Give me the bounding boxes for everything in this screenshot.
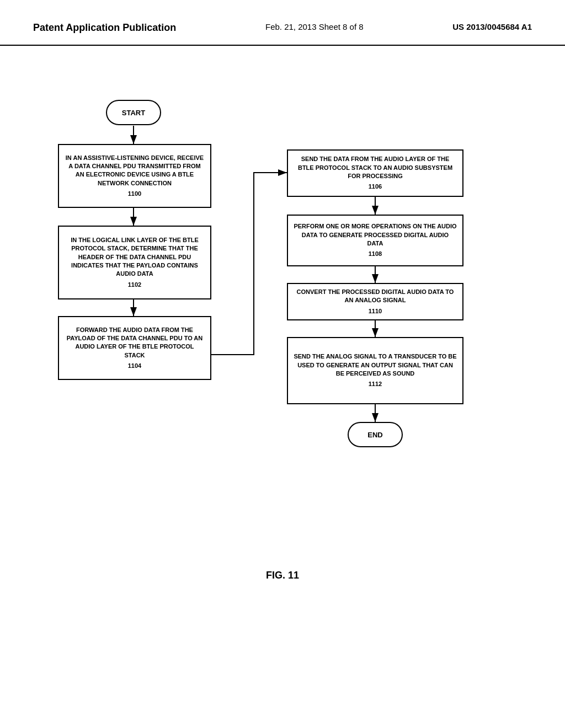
box-1108: PERFORM ONE OR MORE OPERATIONS ON THE AU… bbox=[287, 215, 463, 266]
box-1110: CONVERT THE PROCESSED DIGITAL AUDIO DATA… bbox=[287, 283, 463, 320]
arrows-overlay bbox=[0, 62, 565, 559]
patent-number: US 2013/0045684 A1 bbox=[452, 22, 532, 31]
flowchart-diagram: START IN AN ASSISTIVE-LISTENING DEVICE, … bbox=[0, 62, 565, 559]
publication-label: Patent Application Publication bbox=[33, 22, 176, 34]
start-node: START bbox=[106, 100, 161, 125]
box-1100: IN AN ASSISTIVE-LISTENING DEVICE, RECEIV… bbox=[58, 144, 211, 208]
page-header: Patent Application Publication Feb. 21, … bbox=[0, 0, 565, 46]
end-node: END bbox=[348, 422, 403, 447]
box-1112: SEND THE ANALOG SIGNAL TO A TRANSDUCER T… bbox=[287, 337, 463, 404]
box-1102: IN THE LOGICAL LINK LAYER OF THE BTLE PR… bbox=[58, 226, 211, 299]
page: Patent Application Publication Feb. 21, … bbox=[0, 0, 565, 728]
sheet-info: Feb. 21, 2013 Sheet 8 of 8 bbox=[265, 22, 364, 31]
figure-caption: FIG. 11 bbox=[0, 570, 565, 581]
box-1104: FORWARD THE AUDIO DATA FROM THE PAYLOAD … bbox=[58, 316, 211, 380]
box-1106: SEND THE DATA FROM THE AUDIO LAYER OF TH… bbox=[287, 149, 463, 197]
